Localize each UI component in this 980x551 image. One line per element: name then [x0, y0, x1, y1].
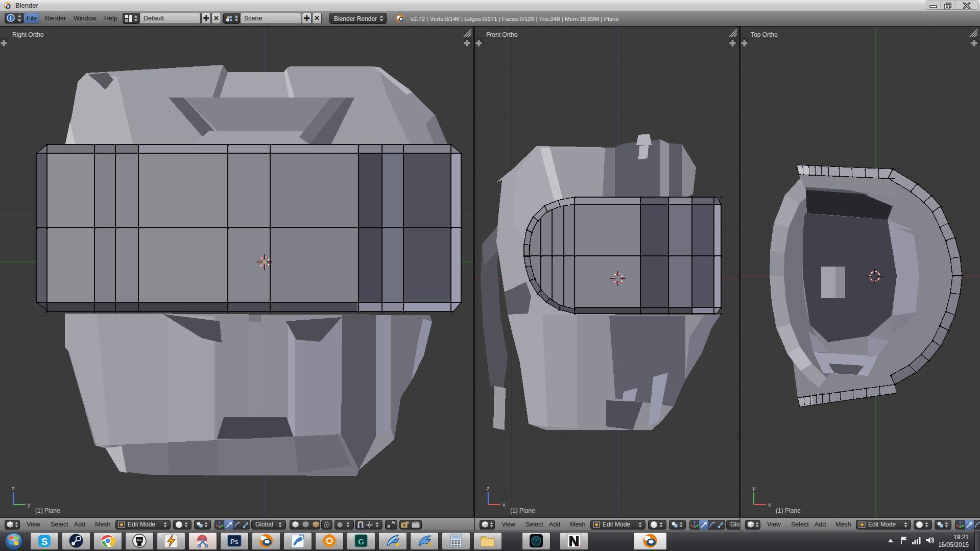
svg-text:Top Ortho: Top Ortho [751, 31, 778, 38]
svg-text:G: G [358, 538, 364, 546]
svg-text:Front Ortho: Front Ortho [486, 31, 518, 38]
svg-text:BLE: BLE [137, 538, 142, 541]
svg-text:Right Ortho: Right Ortho [12, 31, 44, 38]
svg-text:x: x [768, 501, 771, 508]
svg-text:S: S [41, 536, 48, 547]
svg-text:(1) Plane: (1) Plane [510, 507, 535, 514]
svg-text:(1) Plane: (1) Plane [776, 507, 801, 514]
svg-text:y: y [28, 501, 31, 508]
svg-text:i: i [10, 15, 11, 21]
svg-text:y: y [752, 485, 755, 491]
svg-text:Ps: Ps [230, 538, 238, 545]
svg-text:z: z [487, 485, 490, 491]
svg-text:m: m [579, 544, 582, 547]
svg-text:(1) Plane: (1) Plane [35, 507, 60, 514]
svg-text:z: z [12, 485, 15, 491]
svg-text:x: x [503, 501, 506, 508]
